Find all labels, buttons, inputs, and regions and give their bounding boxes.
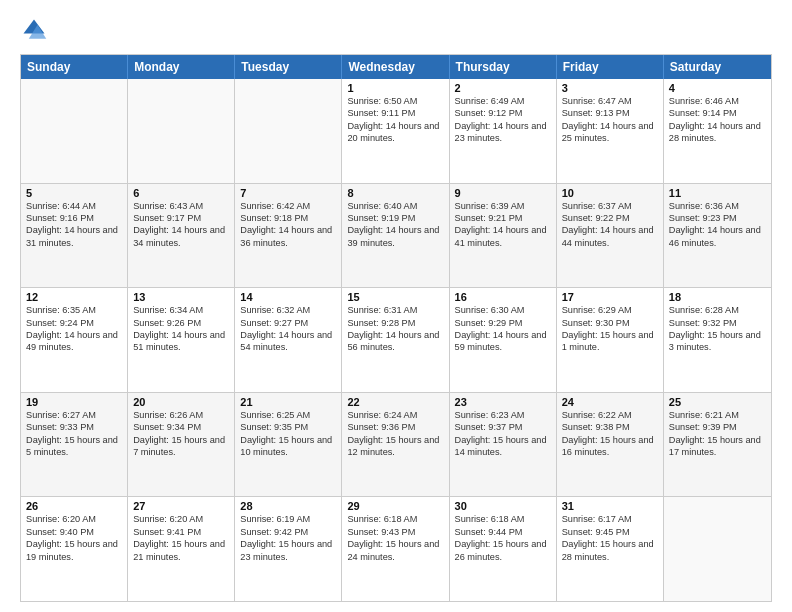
day-cell-15: 15Sunrise: 6:31 AM Sunset: 9:28 PM Dayli… [342, 288, 449, 392]
cell-info: Sunrise: 6:22 AM Sunset: 9:38 PM Dayligh… [562, 409, 658, 459]
cell-info: Sunrise: 6:18 AM Sunset: 9:44 PM Dayligh… [455, 513, 551, 563]
day-cell-13: 13Sunrise: 6:34 AM Sunset: 9:26 PM Dayli… [128, 288, 235, 392]
day-number: 25 [669, 396, 766, 408]
day-number: 20 [133, 396, 229, 408]
calendar-row-2: 12Sunrise: 6:35 AM Sunset: 9:24 PM Dayli… [21, 287, 771, 392]
day-number: 18 [669, 291, 766, 303]
calendar-row-3: 19Sunrise: 6:27 AM Sunset: 9:33 PM Dayli… [21, 392, 771, 497]
header-day-thursday: Thursday [450, 55, 557, 79]
day-number: 30 [455, 500, 551, 512]
day-cell-4: 4Sunrise: 6:46 AM Sunset: 9:14 PM Daylig… [664, 79, 771, 183]
day-cell-21: 21Sunrise: 6:25 AM Sunset: 9:35 PM Dayli… [235, 393, 342, 497]
day-number: 8 [347, 187, 443, 199]
day-number: 29 [347, 500, 443, 512]
day-number: 17 [562, 291, 658, 303]
day-number: 12 [26, 291, 122, 303]
day-number: 6 [133, 187, 229, 199]
day-number: 7 [240, 187, 336, 199]
day-number: 21 [240, 396, 336, 408]
cell-info: Sunrise: 6:50 AM Sunset: 9:11 PM Dayligh… [347, 95, 443, 145]
cell-info: Sunrise: 6:20 AM Sunset: 9:41 PM Dayligh… [133, 513, 229, 563]
day-cell-26: 26Sunrise: 6:20 AM Sunset: 9:40 PM Dayli… [21, 497, 128, 601]
day-cell-1: 1Sunrise: 6:50 AM Sunset: 9:11 PM Daylig… [342, 79, 449, 183]
day-cell-9: 9Sunrise: 6:39 AM Sunset: 9:21 PM Daylig… [450, 184, 557, 288]
day-number: 5 [26, 187, 122, 199]
day-number: 26 [26, 500, 122, 512]
day-cell-24: 24Sunrise: 6:22 AM Sunset: 9:38 PM Dayli… [557, 393, 664, 497]
day-cell-23: 23Sunrise: 6:23 AM Sunset: 9:37 PM Dayli… [450, 393, 557, 497]
day-number: 22 [347, 396, 443, 408]
cell-info: Sunrise: 6:20 AM Sunset: 9:40 PM Dayligh… [26, 513, 122, 563]
cell-info: Sunrise: 6:28 AM Sunset: 9:32 PM Dayligh… [669, 304, 766, 354]
day-number: 13 [133, 291, 229, 303]
day-cell-19: 19Sunrise: 6:27 AM Sunset: 9:33 PM Dayli… [21, 393, 128, 497]
cell-info: Sunrise: 6:19 AM Sunset: 9:42 PM Dayligh… [240, 513, 336, 563]
day-cell-17: 17Sunrise: 6:29 AM Sunset: 9:30 PM Dayli… [557, 288, 664, 392]
cell-info: Sunrise: 6:24 AM Sunset: 9:36 PM Dayligh… [347, 409, 443, 459]
day-cell-28: 28Sunrise: 6:19 AM Sunset: 9:42 PM Dayli… [235, 497, 342, 601]
calendar-header: SundayMondayTuesdayWednesdayThursdayFrid… [21, 55, 771, 79]
cell-info: Sunrise: 6:18 AM Sunset: 9:43 PM Dayligh… [347, 513, 443, 563]
day-cell-6: 6Sunrise: 6:43 AM Sunset: 9:17 PM Daylig… [128, 184, 235, 288]
cell-info: Sunrise: 6:21 AM Sunset: 9:39 PM Dayligh… [669, 409, 766, 459]
day-number: 31 [562, 500, 658, 512]
day-cell-14: 14Sunrise: 6:32 AM Sunset: 9:27 PM Dayli… [235, 288, 342, 392]
day-cell-7: 7Sunrise: 6:42 AM Sunset: 9:18 PM Daylig… [235, 184, 342, 288]
logo-icon [20, 16, 48, 44]
day-number: 24 [562, 396, 658, 408]
cell-info: Sunrise: 6:35 AM Sunset: 9:24 PM Dayligh… [26, 304, 122, 354]
day-cell-11: 11Sunrise: 6:36 AM Sunset: 9:23 PM Dayli… [664, 184, 771, 288]
day-number: 19 [26, 396, 122, 408]
day-number: 14 [240, 291, 336, 303]
day-cell-10: 10Sunrise: 6:37 AM Sunset: 9:22 PM Dayli… [557, 184, 664, 288]
day-cell-25: 25Sunrise: 6:21 AM Sunset: 9:39 PM Dayli… [664, 393, 771, 497]
day-number: 3 [562, 82, 658, 94]
header-day-sunday: Sunday [21, 55, 128, 79]
header-day-wednesday: Wednesday [342, 55, 449, 79]
day-cell-18: 18Sunrise: 6:28 AM Sunset: 9:32 PM Dayli… [664, 288, 771, 392]
cell-info: Sunrise: 6:31 AM Sunset: 9:28 PM Dayligh… [347, 304, 443, 354]
day-cell-12: 12Sunrise: 6:35 AM Sunset: 9:24 PM Dayli… [21, 288, 128, 392]
cell-info: Sunrise: 6:30 AM Sunset: 9:29 PM Dayligh… [455, 304, 551, 354]
day-number: 15 [347, 291, 443, 303]
day-number: 11 [669, 187, 766, 199]
cell-info: Sunrise: 6:27 AM Sunset: 9:33 PM Dayligh… [26, 409, 122, 459]
day-cell-30: 30Sunrise: 6:18 AM Sunset: 9:44 PM Dayli… [450, 497, 557, 601]
cell-info: Sunrise: 6:39 AM Sunset: 9:21 PM Dayligh… [455, 200, 551, 250]
day-number: 9 [455, 187, 551, 199]
day-number: 2 [455, 82, 551, 94]
day-cell-16: 16Sunrise: 6:30 AM Sunset: 9:29 PM Dayli… [450, 288, 557, 392]
empty-cell [235, 79, 342, 183]
cell-info: Sunrise: 6:36 AM Sunset: 9:23 PM Dayligh… [669, 200, 766, 250]
cell-info: Sunrise: 6:26 AM Sunset: 9:34 PM Dayligh… [133, 409, 229, 459]
cell-info: Sunrise: 6:43 AM Sunset: 9:17 PM Dayligh… [133, 200, 229, 250]
cell-info: Sunrise: 6:44 AM Sunset: 9:16 PM Dayligh… [26, 200, 122, 250]
header-day-monday: Monday [128, 55, 235, 79]
day-cell-20: 20Sunrise: 6:26 AM Sunset: 9:34 PM Dayli… [128, 393, 235, 497]
day-number: 28 [240, 500, 336, 512]
cell-info: Sunrise: 6:32 AM Sunset: 9:27 PM Dayligh… [240, 304, 336, 354]
page: SundayMondayTuesdayWednesdayThursdayFrid… [0, 0, 792, 612]
day-number: 1 [347, 82, 443, 94]
cell-info: Sunrise: 6:37 AM Sunset: 9:22 PM Dayligh… [562, 200, 658, 250]
day-cell-22: 22Sunrise: 6:24 AM Sunset: 9:36 PM Dayli… [342, 393, 449, 497]
day-cell-31: 31Sunrise: 6:17 AM Sunset: 9:45 PM Dayli… [557, 497, 664, 601]
day-cell-3: 3Sunrise: 6:47 AM Sunset: 9:13 PM Daylig… [557, 79, 664, 183]
cell-info: Sunrise: 6:40 AM Sunset: 9:19 PM Dayligh… [347, 200, 443, 250]
day-number: 10 [562, 187, 658, 199]
logo [20, 16, 52, 44]
calendar-body: 1Sunrise: 6:50 AM Sunset: 9:11 PM Daylig… [21, 79, 771, 601]
day-number: 16 [455, 291, 551, 303]
day-cell-29: 29Sunrise: 6:18 AM Sunset: 9:43 PM Dayli… [342, 497, 449, 601]
day-cell-27: 27Sunrise: 6:20 AM Sunset: 9:41 PM Dayli… [128, 497, 235, 601]
day-number: 4 [669, 82, 766, 94]
empty-cell [21, 79, 128, 183]
calendar-row-0: 1Sunrise: 6:50 AM Sunset: 9:11 PM Daylig… [21, 79, 771, 183]
day-number: 27 [133, 500, 229, 512]
cell-info: Sunrise: 6:17 AM Sunset: 9:45 PM Dayligh… [562, 513, 658, 563]
cell-info: Sunrise: 6:25 AM Sunset: 9:35 PM Dayligh… [240, 409, 336, 459]
day-cell-2: 2Sunrise: 6:49 AM Sunset: 9:12 PM Daylig… [450, 79, 557, 183]
calendar-row-4: 26Sunrise: 6:20 AM Sunset: 9:40 PM Dayli… [21, 496, 771, 601]
calendar: SundayMondayTuesdayWednesdayThursdayFrid… [20, 54, 772, 602]
day-number: 23 [455, 396, 551, 408]
